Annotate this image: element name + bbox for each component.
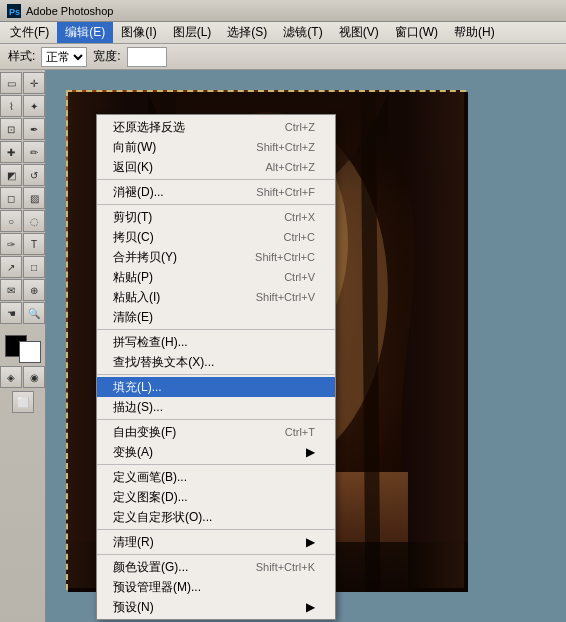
tool-selection[interactable]: ▭ xyxy=(0,72,22,94)
menu-preset-manager[interactable]: 预设管理器(M)... xyxy=(97,577,335,597)
menu-copy-merged[interactable]: 合并拷贝(Y) Shift+Ctrl+C xyxy=(97,247,335,267)
tool-screen-mode[interactable]: ⬜ xyxy=(12,391,34,413)
menu-color-settings[interactable]: 颜色设置(G)... Shift+Ctrl+K xyxy=(97,557,335,577)
menu-stroke[interactable]: 描边(S)... xyxy=(97,397,335,417)
menu-find-replace[interactable]: 查找/替换文本(X)... xyxy=(97,352,335,372)
title-text: Adobe Photoshop xyxy=(26,5,113,17)
menu-fade[interactable]: 消褪(D)... Shift+Ctrl+F xyxy=(97,182,335,202)
menu-item-image[interactable]: 图像(I) xyxy=(113,22,164,43)
dropdown-menu: 还原选择反选 Ctrl+Z 向前(W) Shift+Ctrl+Z 返回(K) A… xyxy=(96,114,336,620)
sep-1 xyxy=(97,179,335,180)
menu-presets[interactable]: 预设(N) ▶ xyxy=(97,597,335,617)
tool-magic-wand[interactable]: ✦ xyxy=(23,95,45,117)
menu-undo-select[interactable]: 还原选择反选 Ctrl+Z xyxy=(97,117,335,137)
main-area: ▭ ✛ ⌇ ✦ ⊡ ✒ ✚ ✏ ◩ ↺ ◻ ▨ ○ ◌ ✑ T xyxy=(0,70,566,622)
menu-purge[interactable]: 清理(R) ▶ xyxy=(97,532,335,552)
app-icon: Ps xyxy=(6,3,22,19)
menu-free-transform[interactable]: 自由变换(F) Ctrl+T xyxy=(97,422,335,442)
tool-move[interactable]: ✛ xyxy=(23,72,45,94)
tool-pen[interactable]: ✑ xyxy=(0,233,22,255)
tool-text[interactable]: T xyxy=(23,233,45,255)
menu-transform[interactable]: 变换(A) ▶ xyxy=(97,442,335,462)
menu-paste-into[interactable]: 粘贴入(I) Shift+Ctrl+V xyxy=(97,287,335,307)
menu-item-help[interactable]: 帮助(H) xyxy=(446,22,503,43)
menu-cut[interactable]: 剪切(T) Ctrl+X xyxy=(97,207,335,227)
tool-eyedropper2[interactable]: ⊕ xyxy=(23,279,45,301)
toolbox: ▭ ✛ ⌇ ✦ ⊡ ✒ ✚ ✏ ◩ ↺ ◻ ▨ ○ ◌ ✑ T xyxy=(0,70,46,622)
menu-item-window[interactable]: 窗口(W) xyxy=(387,22,446,43)
width-input[interactable] xyxy=(127,47,167,67)
menu-item-edit[interactable]: 编辑(E) xyxy=(57,22,113,43)
svg-line-11 xyxy=(368,92,373,592)
menu-item-filter[interactable]: 滤镜(T) xyxy=(275,22,330,43)
tool-history-brush[interactable]: ↺ xyxy=(23,164,45,186)
menu-define-pattern[interactable]: 定义图案(D)... xyxy=(97,487,335,507)
title-bar: Ps Adobe Photoshop xyxy=(0,0,566,22)
tool-eyedropper[interactable]: ✒ xyxy=(23,118,45,140)
menu-copy[interactable]: 拷贝(C) Ctrl+C xyxy=(97,227,335,247)
style-label: 样式: xyxy=(8,48,35,65)
menu-item-view[interactable]: 视图(V) xyxy=(331,22,387,43)
menu-define-brush[interactable]: 定义画笔(B)... xyxy=(97,467,335,487)
sep-7 xyxy=(97,529,335,530)
tool-crop[interactable]: ⊡ xyxy=(0,118,22,140)
tool-hand[interactable]: ☚ xyxy=(0,302,22,324)
sep-4 xyxy=(97,374,335,375)
sep-6 xyxy=(97,464,335,465)
menu-paste[interactable]: 粘贴(P) Ctrl+V xyxy=(97,267,335,287)
edit-dropdown: 还原选择反选 Ctrl+Z 向前(W) Shift+Ctrl+Z 返回(K) A… xyxy=(96,114,336,620)
svg-text:Ps: Ps xyxy=(9,7,20,17)
tool-dodge[interactable]: ○ xyxy=(0,210,22,232)
options-bar: 样式: 正常 宽度: xyxy=(0,44,566,70)
tool-heal[interactable]: ✚ xyxy=(0,141,22,163)
canvas-area: 还原选择反选 Ctrl+Z 向前(W) Shift+Ctrl+Z 返回(K) A… xyxy=(46,70,566,622)
tool-zoom[interactable]: 🔍 xyxy=(23,302,45,324)
tool-lasso[interactable]: ⌇ xyxy=(0,95,22,117)
menu-item-select[interactable]: 选择(S) xyxy=(219,22,275,43)
menu-step-back[interactable]: 返回(K) Alt+Ctrl+Z xyxy=(97,157,335,177)
background-color[interactable] xyxy=(19,341,41,363)
sep-8 xyxy=(97,554,335,555)
tool-gradient[interactable]: ▨ xyxy=(23,187,45,209)
sep-3 xyxy=(97,329,335,330)
tool-shape[interactable]: □ xyxy=(23,256,45,278)
tool-notes[interactable]: ✉ xyxy=(0,279,22,301)
width-label: 宽度: xyxy=(93,48,120,65)
style-select[interactable]: 正常 xyxy=(41,47,87,67)
menu-fill[interactable]: 填充(L)... xyxy=(97,377,335,397)
tool-clone[interactable]: ◩ xyxy=(0,164,22,186)
sep-5 xyxy=(97,419,335,420)
menu-spellcheck[interactable]: 拼写检查(H)... xyxy=(97,332,335,352)
menu-item-file[interactable]: 文件(F) xyxy=(2,22,57,43)
sep-2 xyxy=(97,204,335,205)
menu-step-forward[interactable]: 向前(W) Shift+Ctrl+Z xyxy=(97,137,335,157)
menu-define-shape[interactable]: 定义自定形状(O)... xyxy=(97,507,335,527)
tool-quick-mask[interactable]: ◉ xyxy=(23,366,45,388)
tool-eraser[interactable]: ◻ xyxy=(0,187,22,209)
menu-bar: 文件(F) 编辑(E) 图像(I) 图层(L) 选择(S) 滤镜(T) 视图(V… xyxy=(0,22,566,44)
tool-blur[interactable]: ◌ xyxy=(23,210,45,232)
tool-brush[interactable]: ✏ xyxy=(23,141,45,163)
tool-path-select[interactable]: ↗ xyxy=(0,256,22,278)
tool-standard-mode[interactable]: ◈ xyxy=(0,366,22,388)
menu-clear[interactable]: 清除(E) xyxy=(97,307,335,327)
menu-item-layer[interactable]: 图层(L) xyxy=(165,22,220,43)
